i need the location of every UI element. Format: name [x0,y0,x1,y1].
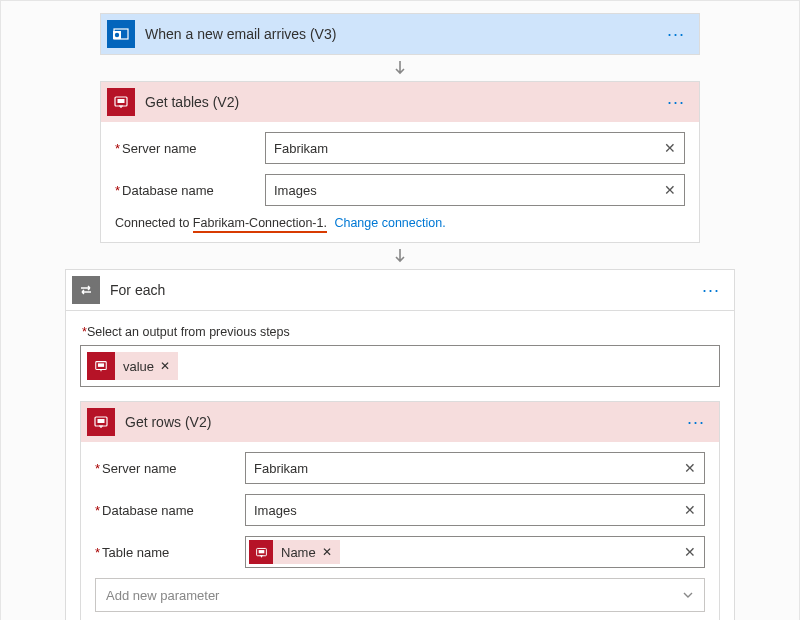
card-for-each: For each ··· *Select an output from prev… [65,269,735,620]
sql-icon [87,352,115,380]
clear-icon[interactable]: ✕ [684,460,696,476]
database-name-input[interactable]: Images ✕ [245,494,705,526]
clear-icon[interactable]: ✕ [684,544,696,560]
connection-info: Connected to Fabrikam-Connection-1. Chan… [115,216,685,230]
header-get-rows[interactable]: Get rows (V2) ··· [81,402,719,442]
token-remove-icon[interactable]: ✕ [322,545,332,559]
server-name-label: Server name [95,461,245,476]
server-name-input[interactable]: Fabrikam ✕ [265,132,685,164]
card-get-rows: Get rows (V2) ··· Server name Fabrikam ✕… [80,401,720,620]
get-rows-menu-button[interactable]: ··· [683,416,709,428]
loop-icon [72,276,100,304]
trigger-menu-button[interactable]: ··· [663,28,689,40]
database-name-label: Database name [115,183,265,198]
for-each-title: For each [110,282,698,298]
get-rows-title: Get rows (V2) [125,414,683,430]
connection-name: Fabrikam-Connection-1. [193,216,327,233]
token-remove-icon[interactable]: ✕ [160,359,170,373]
select-output-label: *Select an output from previous steps [82,325,720,339]
sql-icon [87,408,115,436]
chevron-down-icon [682,589,694,601]
database-name-input[interactable]: Images ✕ [265,174,685,206]
arrow-down-icon [11,247,789,265]
get-tables-title: Get tables (V2) [145,94,663,110]
for-each-menu-button[interactable]: ··· [698,284,724,296]
add-parameter-dropdown[interactable]: Add new parameter [95,578,705,612]
svg-rect-10 [258,550,264,553]
trigger-title: When a new email arrives (V3) [145,26,663,42]
sql-icon [249,540,273,564]
svg-rect-6 [98,363,104,367]
svg-point-2 [115,33,119,37]
get-tables-menu-button[interactable]: ··· [663,96,689,108]
server-name-label: Server name [115,141,265,156]
token-value[interactable]: value ✕ [87,352,178,380]
clear-icon[interactable]: ✕ [664,182,676,198]
header-for-each[interactable]: For each ··· [66,270,734,311]
database-name-label: Database name [95,503,245,518]
token-name[interactable]: Name ✕ [249,540,340,564]
change-connection-link[interactable]: Change connection. [334,216,445,230]
header-get-tables[interactable]: Get tables (V2) ··· [101,82,699,122]
select-output-input[interactable]: value ✕ [80,345,720,387]
table-name-input[interactable]: Name ✕ ✕ [245,536,705,568]
table-name-label: Table name [95,545,245,560]
clear-icon[interactable]: ✕ [684,502,696,518]
svg-rect-8 [98,419,105,423]
card-trigger: When a new email arrives (V3) ··· [100,13,700,55]
svg-rect-4 [118,99,125,103]
card-get-tables: Get tables (V2) ··· Server name Fabrikam… [100,81,700,243]
server-name-input[interactable]: Fabrikam ✕ [245,452,705,484]
arrow-down-icon [11,59,789,77]
header-trigger[interactable]: When a new email arrives (V3) ··· [101,14,699,54]
sql-icon [107,88,135,116]
outlook-icon [107,20,135,48]
clear-icon[interactable]: ✕ [664,140,676,156]
